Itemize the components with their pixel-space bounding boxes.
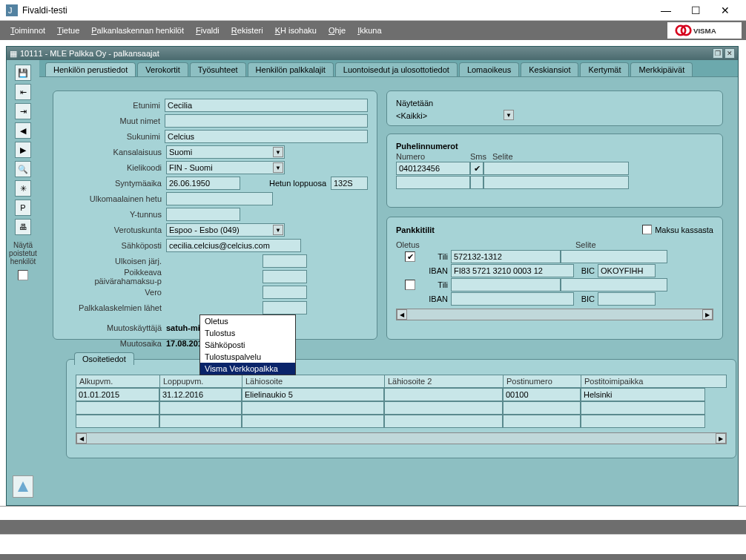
prev-record-button[interactable]: ⇤ — [15, 84, 31, 100]
first-record-button[interactable]: ◀ — [15, 122, 31, 139]
phone-sms-checkbox[interactable]: ✔ — [470, 162, 483, 175]
close-button[interactable]: ✕ — [710, 1, 740, 19]
addr-postinumero-field[interactable] — [503, 401, 581, 415]
phone-selite-field[interactable] — [483, 176, 629, 189]
menu-toiminnot[interactable]: Toiminnot — [4, 23, 51, 38]
tab-verokortit[interactable]: Verokortit — [137, 62, 188, 76]
bank-iban-field[interactable] — [451, 292, 574, 306]
ulkomaalainen-hetu-field[interactable] — [166, 192, 273, 205]
addr-lahiosoite-field[interactable] — [242, 388, 384, 401]
scroll-right-icon[interactable]: ▶ — [716, 433, 726, 444]
tab-lomaoikeus[interactable]: Lomaoikeus — [459, 62, 519, 76]
addr-scrollbar[interactable]: ◀▶ — [76, 432, 727, 444]
tab-kertymat[interactable]: Kertymät — [580, 62, 629, 76]
kielikoodi-combo[interactable]: FIN - Suomi▼ — [166, 161, 285, 174]
new-record-button[interactable]: ✳ — [15, 180, 31, 197]
bank-oletus-checkbox[interactable] — [405, 280, 415, 290]
print-button[interactable]: 🖶 — [15, 219, 31, 235]
bank-scrollbar[interactable]: ◀▶ — [396, 309, 713, 320]
addr-loppupvm-field[interactable] — [159, 388, 242, 401]
minimize-button[interactable]: — — [651, 1, 681, 19]
tab-henkilon-perustiedot[interactable]: Henkilön perustiedot — [45, 62, 136, 76]
scroll-left-icon[interactable]: ◀ — [397, 309, 407, 320]
phone-sms-checkbox[interactable] — [470, 176, 483, 189]
inner-restore-button[interactable]: ❐ — [713, 48, 723, 59]
hetun-loppuosa-field[interactable] — [331, 177, 368, 190]
phone-selite-field[interactable] — [483, 162, 629, 175]
addr-lahiosoite-field[interactable] — [242, 415, 384, 428]
ytunnus-field[interactable] — [166, 208, 240, 221]
menu-palkanlaskennan[interactable]: Palkanlaskennan henkilöt — [85, 23, 190, 38]
menu-rekisteri[interactable]: Rekisteri — [225, 23, 269, 38]
addr-postitoimipaikka-field[interactable] — [581, 401, 705, 415]
hidden-field-4[interactable] — [263, 301, 307, 314]
addr-postinumero-field[interactable] — [503, 415, 581, 428]
search-button[interactable]: 🔍 — [15, 161, 31, 177]
dropdown-opt-oletus[interactable]: Oletus — [200, 315, 295, 327]
bank-tili-field[interactable] — [451, 250, 561, 263]
phone-numero-field[interactable] — [396, 176, 470, 189]
pankkitilit-panel: Pankkitilit Maksu kassasta Oletus Selite… — [386, 217, 723, 340]
dropdown-opt-sahkoposti[interactable]: Sähköposti — [200, 339, 295, 351]
menu-ikkuna[interactable]: Ikkuna — [351, 23, 387, 38]
dropdown-opt-tulostuspalvelu[interactable]: Tulostuspalvelu — [200, 351, 295, 363]
tab-luontoisedut[interactable]: Luontoisedut ja ulosottotiedot — [335, 62, 458, 76]
tab-merkkipaivat[interactable]: Merkkipäivät — [630, 62, 693, 76]
osoitetiedot-tab[interactable]: Osoitetiedot — [74, 352, 134, 365]
phone-numero-field[interactable] — [396, 162, 470, 175]
menu-tietue[interactable]: Tietue — [51, 23, 85, 38]
next-record-button[interactable]: ⇥ — [15, 103, 31, 119]
palkkalaskelmien-dropdown[interactable]: Oletus Tulostus Sähköposti Tulostuspalve… — [199, 314, 296, 375]
bank-oletus-checkbox[interactable]: ✔ — [405, 251, 415, 262]
addr-alkupvm-field[interactable] — [76, 415, 159, 428]
inner-close-button[interactable]: ✕ — [724, 48, 735, 59]
verotuskunta-combo[interactable]: Espoo - Esbo (049)▼ — [166, 223, 285, 237]
hidden-field-3[interactable] — [263, 286, 307, 299]
maksu-kassasta-checkbox[interactable]: Maksu kassasta — [642, 225, 713, 234]
addr-lahiosoite-field[interactable] — [242, 401, 384, 415]
addr-lahiosoite2-field[interactable] — [384, 401, 503, 415]
sahkoposti-field[interactable] — [166, 239, 301, 252]
bank-bic-field[interactable] — [598, 264, 656, 277]
dropdown-opt-tulostus[interactable]: Tulostus — [200, 327, 295, 339]
menu-fivaldi[interactable]: Fivaldi — [190, 23, 225, 38]
addr-postitoimipaikka-field[interactable] — [581, 415, 705, 428]
maximize-button[interactable]: ☐ — [681, 1, 710, 19]
bank-tili-field[interactable] — [451, 278, 561, 291]
tab-henkilon-palkkalajit[interactable]: Henkilön palkkalajit — [248, 62, 334, 76]
addr-alkupvm-field[interactable] — [76, 401, 159, 415]
scroll-right-icon[interactable]: ▶ — [702, 309, 713, 320]
etunimi-field[interactable] — [165, 99, 368, 112]
label-muut-nimet: Muut nimet — [62, 116, 165, 125]
dropdown-opt-visma-verkkopalkka[interactable]: Visma Verkkopalkka — [200, 363, 295, 375]
muut-nimet-field[interactable] — [165, 114, 368, 128]
bank-selite-field[interactable] — [561, 250, 667, 263]
triangle-nav-button[interactable] — [13, 475, 33, 498]
show-deleted-checkbox[interactable] — [18, 270, 28, 280]
menu-ohje[interactable]: Ohje — [323, 23, 351, 38]
sukunimi-field[interactable] — [165, 130, 368, 143]
addr-postitoimipaikka-field[interactable] — [581, 388, 705, 401]
addr-lahiosoite2-field[interactable] — [384, 388, 503, 401]
kansalaisuus-combo[interactable]: Suomi▼ — [166, 145, 285, 159]
save-icon-button[interactable]: 💾 — [15, 65, 31, 81]
bank-bic-field[interactable] — [598, 292, 656, 306]
label-ulkomaalainen-hetu: Ulkomaalainen hetu — [62, 194, 166, 203]
addr-postinumero-field[interactable] — [503, 388, 581, 401]
hidden-field-2[interactable] — [263, 270, 307, 283]
scroll-left-icon[interactable]: ◀ — [76, 433, 87, 444]
naytetaan-combo[interactable]: <Kaikki>▼ — [396, 109, 515, 122]
menu-kh-isohaku[interactable]: KH isohaku — [269, 23, 323, 38]
tab-keskiansiot[interactable]: Keskiansiot — [521, 62, 578, 76]
hidden-field-1[interactable] — [263, 254, 307, 268]
last-record-button[interactable]: ▶ — [15, 142, 31, 158]
bank-iban-field[interactable] — [451, 264, 574, 277]
addr-loppupvm-field[interactable] — [159, 401, 242, 415]
syntymaaika-field[interactable] — [166, 177, 240, 190]
tab-tyosuhteet[interactable]: Työsuhteet — [190, 62, 246, 76]
p-button[interactable]: P — [15, 200, 31, 216]
addr-lahiosoite2-field[interactable] — [384, 415, 503, 428]
bank-selite-field[interactable] — [561, 278, 667, 291]
addr-alkupvm-field[interactable] — [76, 388, 159, 401]
addr-loppupvm-field[interactable] — [159, 415, 242, 428]
